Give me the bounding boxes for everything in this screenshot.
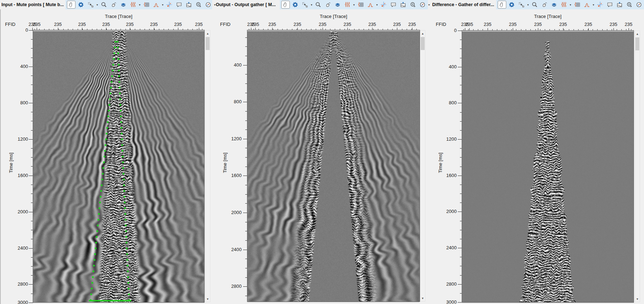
trace-tick-label: 235: [480, 22, 495, 27]
measure-icon[interactable]: [625, 1, 634, 9]
scroll-up-arrow-icon[interactable]: ▲: [635, 31, 640, 37]
amplitude-curve-icon[interactable]: [152, 1, 160, 9]
pan-hand-icon[interactable]: [498, 1, 506, 9]
trace-major-tick: [469, 28, 470, 31]
compass-icon[interactable]: [204, 1, 213, 9]
pick-crosshair-icon[interactable]: [379, 1, 388, 9]
comment-icon[interactable]: [606, 1, 614, 9]
settings-gear-icon[interactable]: [77, 1, 85, 9]
ffid-axis-label: FFID: [436, 22, 446, 27]
dropdown-caret-icon[interactable]: ▼: [569, 1, 572, 9]
trace-tick-label: 235: [315, 22, 330, 27]
vertical-scrollbar[interactable]: ▲▼: [635, 31, 640, 302]
time-tick-label: 2400: [224, 247, 242, 252]
export-image-icon[interactable]: [399, 1, 407, 9]
horizontal-scrollbar[interactable]: ◄►: [247, 302, 419, 304]
layers-icon[interactable]: [333, 1, 342, 9]
trace-table-icon[interactable]: [573, 1, 581, 9]
pick-crosshair-icon[interactable]: [165, 1, 174, 9]
scrollbar-thumb[interactable]: [635, 37, 639, 50]
wiggle-display-icon[interactable]: [343, 1, 352, 9]
compass-icon[interactable]: [635, 1, 643, 9]
pick-crosshair-icon[interactable]: [596, 1, 604, 9]
seismic-image[interactable]: [247, 30, 420, 301]
wiggle-display-icon[interactable]: [559, 1, 568, 9]
toolbar-group-input: Input - Mute points [ Mute b...: [1, 0, 64, 9]
select-region-icon[interactable]: [517, 1, 526, 9]
time-major-tick: [29, 103, 33, 103]
vertical-scrollbar[interactable]: ▲▼: [205, 30, 210, 302]
trace-axis-title: Trace [Trace]: [247, 14, 420, 19]
scroll-right-arrow-icon[interactable]: ►: [413, 303, 419, 304]
trace-major-tick: [563, 28, 563, 31]
amplitude-curve-icon[interactable]: [366, 1, 375, 9]
trace-major-tick: [412, 28, 412, 30]
compass-icon[interactable]: [418, 1, 427, 9]
time-major-tick: [29, 30, 33, 31]
layers-icon[interactable]: [119, 1, 128, 9]
seismic-image[interactable]: [33, 30, 204, 302]
horizontal-scrollbar[interactable]: ◄►: [33, 303, 204, 304]
dropdown-caret-icon[interactable]: ▼: [96, 1, 99, 9]
trace-major-tick: [251, 28, 251, 30]
amplitude-curve-icon[interactable]: [583, 1, 591, 9]
measure-icon[interactable]: [194, 1, 203, 9]
export-image-icon[interactable]: [184, 1, 193, 9]
scroll-down-arrow-icon[interactable]: ▼: [420, 295, 425, 301]
scroll-up-arrow-icon[interactable]: ▲: [205, 31, 210, 36]
trace-axis-title: Trace [Trace]: [462, 14, 634, 19]
mouse-icon[interactable]: [540, 1, 549, 9]
zoom-icon[interactable]: [314, 1, 323, 9]
scroll-left-arrow-icon[interactable]: ◄: [248, 303, 254, 304]
vertical-scrollbar[interactable]: ▲▼: [420, 30, 425, 301]
dropdown-caret-icon[interactable]: ▼: [527, 1, 529, 9]
trace-tick-label: 235: [191, 22, 207, 27]
dropdown-caret-icon[interactable]: ▼: [428, 1, 430, 9]
mouse-icon[interactable]: [324, 1, 332, 9]
time-tick-label: 1600: [439, 173, 457, 178]
scrollbar-thumb[interactable]: [206, 37, 210, 50]
measure-icon[interactable]: [408, 1, 417, 9]
scroll-up-arrow-icon[interactable]: ▲: [420, 31, 425, 36]
trace-tick-label: 235: [170, 22, 186, 27]
trace-tick-label: 235: [50, 22, 66, 27]
time-tick-label: 1200: [439, 136, 457, 142]
time-tick-label: 3000: [439, 299, 457, 304]
select-region-icon[interactable]: [86, 1, 95, 9]
dropdown-caret-icon[interactable]: ▼: [161, 1, 164, 9]
settings-gear-icon[interactable]: [507, 1, 516, 9]
trace-major-tick: [372, 28, 373, 30]
time-tick-label: 400: [439, 64, 457, 69]
zoom-icon[interactable]: [100, 1, 108, 9]
select-region-icon[interactable]: [301, 1, 309, 9]
seismic-image[interactable]: [462, 31, 634, 302]
horizontal-scrollbar[interactable]: ◄►: [462, 303, 634, 304]
scroll-down-arrow-icon[interactable]: ▼: [205, 296, 210, 302]
pan-hand-icon[interactable]: [67, 1, 76, 9]
trace-tick-label: 235: [98, 22, 114, 27]
trace-table-icon[interactable]: [356, 1, 365, 9]
layers-icon[interactable]: [550, 1, 558, 9]
wiggle-display-icon[interactable]: [129, 1, 137, 9]
dropdown-caret-icon[interactable]: ▼: [353, 1, 355, 9]
scrollbar-thumb[interactable]: [421, 37, 425, 50]
dropdown-caret-icon[interactable]: ▼: [592, 1, 595, 9]
dropdown-caret-icon[interactable]: ▼: [376, 1, 378, 9]
trace-table-icon[interactable]: [142, 1, 151, 9]
time-major-tick: [243, 139, 247, 139]
trace-tick-label: 235: [461, 22, 477, 27]
dropdown-caret-icon[interactable]: ▼: [138, 1, 141, 9]
export-image-icon[interactable]: [615, 1, 624, 9]
scroll-down-arrow-icon[interactable]: ▼: [635, 296, 640, 302]
time-tick-label: 3000: [10, 300, 28, 304]
dropdown-caret-icon[interactable]: ▼: [310, 1, 313, 9]
comment-icon[interactable]: [389, 1, 398, 9]
settings-gear-icon[interactable]: [291, 1, 300, 9]
zoom-icon[interactable]: [530, 1, 539, 9]
comment-icon[interactable]: [175, 1, 183, 9]
pan-hand-icon[interactable]: [281, 1, 290, 9]
trace-major-tick: [613, 28, 614, 31]
time-tick-label: 2000: [10, 209, 28, 214]
mouse-icon[interactable]: [109, 1, 118, 9]
time-tick-label: 1600: [224, 173, 242, 178]
